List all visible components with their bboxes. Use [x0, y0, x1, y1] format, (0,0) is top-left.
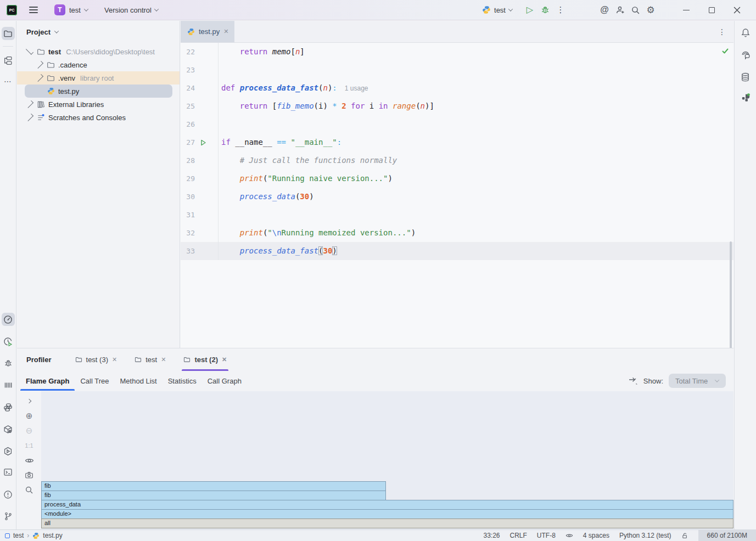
view-tab-flame-graph[interactable]: Flame Graph — [20, 371, 75, 391]
code-line[interactable]: 31 — [181, 206, 733, 224]
code-text[interactable]: process_data_fast(30) — [219, 242, 337, 260]
indent-widget[interactable]: 4 spaces — [583, 532, 609, 539]
tree-item-cadence[interactable]: .cadence — [17, 58, 180, 71]
run-with-profiler-button[interactable] — [2, 335, 15, 348]
code-line[interactable]: 23 — [181, 61, 733, 79]
write-access-widget[interactable] — [681, 532, 688, 539]
flame-canvas[interactable]: fibfibprocess_data<module>all — [41, 391, 733, 529]
line-number[interactable]: 33 — [181, 247, 195, 255]
code-line[interactable]: 24def process_data_fast(n):1 usage — [181, 79, 733, 97]
profiler-tab-test[interactable]: test ✕ — [133, 348, 167, 371]
database-tool-button[interactable] — [739, 70, 752, 83]
code-text[interactable]: if __name__ == "__main__": — [219, 133, 341, 151]
encoding-widget[interactable]: UTF-8 — [537, 532, 556, 539]
editor-gutter[interactable]: 24 — [181, 79, 219, 97]
coverage-tool-button[interactable] — [2, 379, 15, 392]
tree-item-venv[interactable]: .venv library root — [17, 71, 180, 84]
project-tool-button[interactable] — [2, 27, 15, 40]
code-text[interactable] — [219, 61, 221, 79]
code-text[interactable]: # Just call the functions normally — [219, 151, 397, 170]
tree-item-root[interactable]: test C:\Users\didog\Desktop\test — [17, 45, 180, 58]
search-everywhere-button[interactable] — [628, 2, 643, 18]
code-editor[interactable]: 22 return memo[n]2324def process_data_fa… — [181, 43, 733, 260]
ai-assistant-button[interactable]: @ — [597, 2, 612, 18]
show-dropdown[interactable]: Total Time — [669, 374, 726, 388]
code-line[interactable]: 32 print("\nRunning memoized version..."… — [181, 224, 733, 242]
close-tab-icon[interactable]: ✕ — [112, 356, 117, 363]
profiler-tool-button[interactable] — [2, 313, 15, 326]
expand-toolbar-button[interactable] — [24, 396, 35, 407]
line-number[interactable]: 27 — [181, 138, 195, 146]
plugins-tool-button[interactable] — [739, 91, 752, 104]
zoom-out-button[interactable]: ⊖ — [24, 425, 35, 436]
editor-gutter[interactable]: 32 — [181, 224, 219, 242]
editor-tab-testpy[interactable]: test.py ✕ — [181, 21, 234, 42]
settings-button[interactable]: ⚙ — [643, 2, 658, 18]
reader-mode-widget[interactable] — [565, 532, 573, 539]
version-control-tool-button[interactable] — [2, 510, 15, 523]
chevron-right-icon[interactable] — [36, 61, 43, 69]
code-line[interactable]: 22 return memo[n] — [181, 43, 733, 61]
editor-gutter[interactable]: 27 — [181, 133, 219, 151]
collapse-recursion-icon[interactable] — [628, 376, 638, 385]
flame-frame[interactable]: <module> — [41, 509, 733, 519]
chevron-right-icon[interactable] — [26, 114, 33, 121]
line-number[interactable]: 28 — [181, 156, 195, 165]
view-tab-call-tree[interactable]: Call Tree — [75, 371, 114, 391]
breadcrumb[interactable]: test › test.py — [5, 532, 63, 539]
inspection-ok-indicator[interactable] — [721, 47, 729, 55]
flame-frame[interactable]: fib — [41, 491, 386, 500]
code-line[interactable]: 28 # Just call the functions normally — [181, 151, 733, 170]
editor-gutter[interactable]: 30 — [181, 188, 219, 206]
line-number[interactable]: 30 — [181, 193, 195, 201]
run-configuration-widget[interactable]: test — [482, 5, 512, 14]
editor-gutter[interactable]: 23 — [181, 61, 219, 79]
run-button[interactable]: ▷ — [522, 2, 537, 18]
debug-button[interactable] — [537, 2, 553, 18]
breadcrumb-file[interactable]: test.py — [43, 532, 62, 539]
tab-options-button[interactable]: ⋮ — [710, 21, 733, 42]
flame-search-button[interactable] — [24, 484, 35, 495]
code-text[interactable]: return [fib_memo(i) * 2 for i in range(n… — [219, 97, 434, 115]
chevron-right-icon[interactable] — [36, 74, 43, 82]
zoom-in-button[interactable]: ⊕ — [24, 410, 35, 421]
code-text[interactable] — [219, 206, 221, 224]
line-number[interactable]: 25 — [181, 102, 195, 110]
view-tab-statistics[interactable]: Statistics — [163, 371, 202, 391]
python-console-button[interactable] — [2, 401, 15, 414]
line-number[interactable]: 23 — [181, 66, 195, 74]
close-button[interactable] — [724, 2, 749, 18]
breadcrumb-project[interactable]: test — [13, 532, 24, 539]
project-widget[interactable]: T test — [54, 4, 88, 15]
editor-gutter[interactable]: 29 — [181, 170, 219, 188]
line-number[interactable]: 32 — [181, 229, 195, 237]
visibility-options-button[interactable] — [24, 455, 35, 466]
vcs-widget[interactable]: Version control — [104, 6, 158, 14]
editor-gutter[interactable]: 28 — [181, 151, 219, 170]
flame-frame[interactable]: fib — [41, 481, 386, 491]
code-text[interactable] — [219, 115, 221, 133]
line-ending-widget[interactable]: CRLF — [510, 532, 527, 539]
editor-gutter[interactable]: 22 — [181, 43, 219, 61]
more-actions-button[interactable]: ⋮ — [553, 2, 568, 18]
debug-tool-button[interactable] — [2, 357, 15, 370]
code-text[interactable]: process_data(30) — [219, 188, 314, 206]
editor-gutter[interactable]: 26 — [181, 115, 219, 133]
line-number[interactable]: 29 — [181, 174, 195, 183]
more-tool-windows-button[interactable]: ⋯ — [2, 75, 15, 88]
code-text[interactable]: print("Running naive version...") — [219, 170, 393, 188]
editor-gutter[interactable]: 33 — [181, 242, 219, 260]
code-line[interactable]: 25 return [fib_memo(i) * 2 for i in rang… — [181, 97, 733, 115]
interpreter-widget[interactable]: Python 3.12 (test) — [619, 532, 671, 539]
code-line[interactable]: 33 process_data_fast(30) — [181, 242, 733, 260]
close-tab-icon[interactable]: ✕ — [161, 356, 166, 363]
flame-frame[interactable]: all — [41, 519, 733, 528]
notifications-button[interactable] — [739, 26, 752, 40]
line-number[interactable]: 24 — [181, 84, 195, 92]
chevron-down-icon[interactable] — [26, 47, 33, 55]
tree-item-scratches[interactable]: Scratches and Consoles — [17, 111, 180, 124]
tree-item-testpy[interactable]: test.py — [25, 84, 172, 98]
code-text[interactable]: print("\nRunning memoized version...") — [219, 224, 416, 242]
chevron-right-icon[interactable] — [26, 100, 33, 108]
services-tool-button[interactable] — [2, 444, 15, 458]
